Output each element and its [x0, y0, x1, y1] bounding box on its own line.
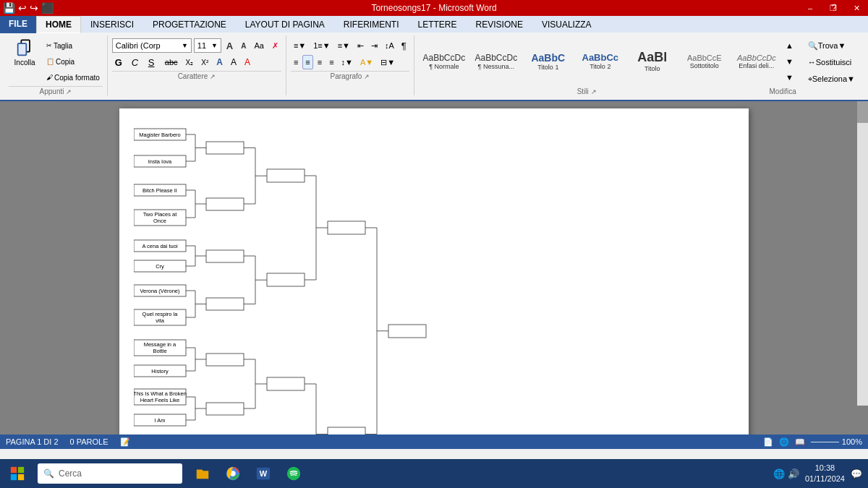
italic-button[interactable]: C: [129, 55, 143, 69]
style-normal[interactable]: AaBbCcDc ¶ Normale: [419, 43, 469, 80]
bullets-button[interactable]: ≡▼: [291, 38, 309, 53]
scrollbar-thumb[interactable]: [857, 101, 868, 123]
edit-group: 🔍 Trova ▼ ↔ Sostituisci ⌖ Seleziona ▼: [802, 35, 862, 95]
sort-button[interactable]: ↕A: [382, 38, 397, 53]
svg-rect-42: [206, 142, 244, 154]
taskbar-app-icons: W: [188, 459, 308, 488]
svg-text:vita: vita: [156, 317, 165, 324]
copy-button[interactable]: 📋 Copia: [43, 54, 103, 69]
style-none[interactable]: AaBbCcDc ¶ Nessuna...: [471, 43, 522, 80]
select-button[interactable]: ⌖ Seleziona ▼: [805, 72, 858, 86]
tab-progettazione[interactable]: PROGETTAZIONE: [143, 16, 236, 33]
restore-button[interactable]: ❐: [822, 0, 845, 16]
increase-indent-button[interactable]: ⇥: [368, 38, 380, 53]
line-spacing-button[interactable]: ↕▼: [339, 55, 356, 69]
find-button[interactable]: 🔍 Trova ▼: [805, 38, 858, 53]
align-left-button[interactable]: ≡: [291, 55, 301, 69]
style-title2[interactable]: AaBbCc Titolo 2: [575, 43, 626, 80]
svg-text:Message in a: Message in a: [144, 341, 176, 348]
view-web-icon[interactable]: 🌐: [779, 437, 789, 447]
format-painter-button[interactable]: 🖌 Copia formato: [43, 70, 103, 85]
text-effect-button[interactable]: A: [213, 55, 226, 69]
start-button[interactable]: [0, 459, 35, 488]
align-right-button[interactable]: ≡: [315, 55, 325, 69]
svg-text:Insta Iova: Insta Iova: [148, 158, 172, 165]
font-size-selector[interactable]: 11 ▼: [194, 38, 221, 53]
svg-text:Quel respiro la: Quel respiro la: [142, 311, 179, 317]
view-read-icon[interactable]: 📖: [795, 437, 805, 447]
border-button[interactable]: ⊟▼: [378, 55, 398, 69]
replace-button[interactable]: ↔ Sostituisci: [805, 55, 858, 69]
font-name-selector[interactable]: Calibri (Corp ▼: [112, 38, 192, 53]
svg-rect-52: [206, 250, 244, 262]
svg-text:Verona (Vérone): Verona (Vérone): [140, 288, 180, 294]
styles-scroll-up[interactable]: ▲: [783, 38, 796, 53]
style-subtitle[interactable]: AaBbCcE Sottotitolo: [679, 43, 730, 80]
cut-button[interactable]: ✂ Taglia: [43, 38, 103, 53]
svg-rect-47: [206, 198, 244, 210]
align-center-button[interactable]: ≡: [302, 55, 312, 69]
taskbar-file-explorer[interactable]: [188, 459, 217, 488]
multilevel-list-button[interactable]: ≡▼: [335, 38, 353, 53]
network-icon[interactable]: 🌐: [773, 468, 785, 479]
taskbar-chrome[interactable]: [218, 459, 247, 488]
paste-button[interactable]: Incolla: [9, 35, 41, 69]
underline-button[interactable]: S: [145, 55, 160, 69]
font-color-button[interactable]: A: [242, 55, 253, 69]
close-button[interactable]: ✕: [845, 0, 868, 16]
taskbar-spotify[interactable]: [279, 459, 308, 488]
font-grow-button[interactable]: A: [224, 38, 236, 53]
svg-text:Once: Once: [153, 218, 166, 224]
subscript-button[interactable]: X₂: [183, 55, 197, 69]
svg-rect-113: [11, 467, 17, 473]
tab-layout[interactable]: LAYOUT DI PAGINA: [236, 16, 334, 33]
tab-home[interactable]: HOME: [36, 16, 81, 33]
decrease-indent-button[interactable]: ⇤: [354, 38, 367, 53]
taskbar: 🔍 Cerca W: [0, 459, 868, 488]
page-info: PAGINA 1 DI 2: [6, 437, 59, 446]
style-title[interactable]: AaBl Titolo: [627, 43, 678, 80]
zoom-slider[interactable]: ───── 100%: [811, 437, 862, 446]
notification-icon[interactable]: 💬: [851, 468, 862, 479]
tab-visualizza[interactable]: VISUALIZZA: [532, 16, 601, 33]
tab-riferimenti[interactable]: RIFERIMENTI: [334, 16, 409, 33]
minimize-button[interactable]: –: [799, 0, 822, 16]
taskbar-clock: 10:38 01/11/2024: [805, 463, 845, 485]
change-case-button[interactable]: Aa: [251, 38, 266, 53]
paragraph-group-label: Paragrafo ↗: [291, 71, 409, 80]
search-placeholder: Cerca: [59, 468, 82, 479]
superscript-button[interactable]: X²: [198, 55, 211, 69]
bold-button[interactable]: G: [112, 55, 127, 69]
ribbon-tabs: FILE HOME INSERISCI PROGETTAZIONE LAYOUT…: [0, 16, 868, 33]
style-emphasis[interactable]: AaBbCcDc Enfasi deli...: [731, 43, 781, 80]
volume-icon[interactable]: 🔊: [788, 468, 799, 479]
taskbar-word[interactable]: W: [249, 459, 278, 488]
font-group-label: Carattere ↗: [112, 71, 281, 80]
paragraph-group: ≡▼ 1≡▼ ≡▼ ⇤ ⇥ ↕A ¶ ≡ ≡ ≡ ≡ ↕▼ A▼ ⊟▼: [288, 35, 414, 95]
shading-button[interactable]: A▼: [357, 55, 376, 69]
strikethrough-button[interactable]: abc: [162, 55, 181, 69]
document-page[interactable]: Magister Barbero Insta Iova Bitch Please…: [119, 108, 749, 435]
style-title1[interactable]: AaBbC Titolo 1: [523, 43, 574, 80]
tab-file[interactable]: FILE: [0, 16, 36, 33]
format-label: Copia formato: [54, 74, 100, 82]
vertical-scrollbar[interactable]: [857, 101, 868, 406]
styles-scroll-down[interactable]: ▼: [783, 54, 796, 69]
view-print-icon[interactable]: 📄: [763, 437, 773, 447]
styles-group: AaBbCcDc ¶ Normale AaBbCcDc ¶ Nessuna...…: [416, 35, 801, 95]
svg-rect-57: [206, 298, 244, 310]
tab-inserisci[interactable]: INSERISCI: [81, 16, 143, 33]
taskbar-right: 🌐 🔊 10:38 01/11/2024 💬: [773, 463, 868, 485]
svg-text:Bitch Please II: Bitch Please II: [142, 187, 177, 194]
styles-more[interactable]: ▼: [783, 70, 796, 85]
taskbar-search[interactable]: 🔍 Cerca: [38, 463, 182, 484]
tab-revisione[interactable]: REVISIONE: [467, 16, 532, 33]
highlight-color-button[interactable]: A: [228, 55, 239, 69]
show-marks-button[interactable]: ¶: [399, 38, 409, 53]
copy-label: Copia: [56, 58, 75, 66]
font-shrink-button[interactable]: A: [238, 38, 249, 53]
numbering-button[interactable]: 1≡▼: [310, 38, 333, 53]
justify-button[interactable]: ≡: [326, 55, 336, 69]
tab-lettere[interactable]: LETTERE: [409, 16, 467, 33]
clear-format-button[interactable]: ✗: [269, 38, 281, 53]
